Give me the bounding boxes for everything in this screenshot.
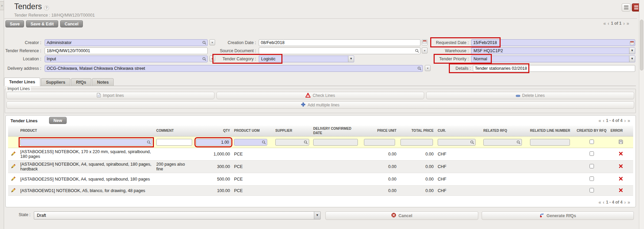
list-view-button[interactable] <box>622 3 630 12</box>
cancel-tender-button-label: Cancel <box>398 213 412 218</box>
creation-date-label: Creation Date : <box>189 39 256 46</box>
created-by-rfq-checkbox[interactable] <box>590 151 594 156</box>
delivery-confirmed-date-input[interactable] <box>313 139 358 146</box>
import-lines-button[interactable]: Import lines <box>6 92 214 99</box>
vertical-scrollbar[interactable] <box>639 0 644 229</box>
comment-input[interactable] <box>156 139 192 146</box>
next-page-arrow[interactable]: › <box>624 200 626 205</box>
save-button[interactable]: Save <box>5 20 24 27</box>
related-rfq-input[interactable] <box>483 139 522 146</box>
notebook-tabs: Tender Lines Suppliers RfQs Notes <box>4 78 114 86</box>
cell-total-price: 0.00 <box>398 173 436 186</box>
sidebar-expand-toggle[interactable]: » <box>0 1 4 10</box>
currency-input[interactable] <box>438 139 476 146</box>
list-view-icon <box>624 5 628 10</box>
delete-row-icon[interactable] <box>619 177 623 182</box>
created-by-rfq-checkbox[interactable] <box>590 140 594 144</box>
generate-rfqs-button[interactable]: Generate RfQs <box>482 211 634 220</box>
scrollbar-thumb[interactable] <box>640 20 643 70</box>
product-uom-input[interactable] <box>234 139 267 146</box>
delete-row-icon[interactable] <box>619 152 623 157</box>
created-by-rfq-checkbox[interactable] <box>590 164 594 168</box>
next-record-arrow[interactable]: › <box>623 21 625 26</box>
new-line-button[interactable]: New <box>49 117 67 124</box>
tab-tender-lines[interactable]: Tender Lines <box>4 78 40 86</box>
delivery-address-field[interactable] <box>45 65 423 72</box>
table-row[interactable]: [ASTABOOE2SS] NOTEBOOK, A4, squared, spi… <box>8 173 633 186</box>
cell-price-unit: 0.00 <box>362 173 398 186</box>
product-input[interactable] <box>20 139 152 146</box>
edit-pencil-icon[interactable] <box>11 177 16 182</box>
edit-pencil-icon[interactable] <box>11 189 16 193</box>
last-page-arrow[interactable]: » <box>627 118 630 123</box>
created-by-rfq-checkbox[interactable] <box>590 176 594 181</box>
cell-qty: 1,000.00 <box>194 148 232 161</box>
edit-pencil-icon[interactable] <box>11 152 16 157</box>
first-page-arrow[interactable]: « <box>598 118 601 123</box>
prev-page-arrow[interactable]: ‹ <box>603 200 604 205</box>
chevron-down-icon: ▼ <box>314 212 320 219</box>
table-row[interactable]: [ASTABOOEWD1] NOTEBOOK, A5, blanco, for … <box>8 186 633 196</box>
cell-qty: 100.00 <box>194 186 232 196</box>
lines-pager-count: 1 - 4 of 4 <box>606 118 623 123</box>
prev-record-arrow[interactable]: ‹ <box>608 21 610 26</box>
prev-page-arrow[interactable]: ‹ <box>603 118 604 123</box>
add-multiple-lines-button[interactable]: Add multiple lines <box>6 101 634 109</box>
first-record-arrow[interactable]: « <box>603 21 606 26</box>
cell-delivery-date <box>311 186 362 196</box>
save-line-icon[interactable] <box>619 140 623 145</box>
chevron-down-icon: ▼ <box>629 56 635 62</box>
save-edit-button[interactable]: Save & Edit <box>26 20 58 27</box>
delete-row-icon[interactable] <box>619 164 623 169</box>
related-line-number-input[interactable] <box>530 139 570 146</box>
tender-reference-field[interactable] <box>45 47 208 54</box>
first-page-arrow[interactable]: « <box>598 200 601 205</box>
tender-priority-select[interactable]: Normal ▼ <box>471 56 635 62</box>
tab-rfqs[interactable]: RfQs <box>71 78 91 86</box>
help-icon[interactable]: ? <box>44 5 49 11</box>
next-page-arrow[interactable]: › <box>624 118 626 123</box>
tender-lines-panel: Tender Lines New « ‹ 1 - 4 of 4 › » PROD… <box>5 115 636 207</box>
tab-notes[interactable]: Notes <box>92 78 114 86</box>
edit-pencil-icon[interactable] <box>11 165 16 169</box>
header-divider <box>4 18 637 19</box>
cancel-tender-button[interactable]: Cancel <box>325 211 478 220</box>
left-edge-strip <box>0 0 4 229</box>
last-page-arrow[interactable]: » <box>627 200 630 205</box>
creator-field[interactable] <box>45 39 208 46</box>
import-lines-legend: Import Lines <box>6 86 31 91</box>
cell-product: [ASTABOOE1SS] NOTEBOOK, 170 x 220 mm, sq… <box>18 148 154 161</box>
supplier-input[interactable] <box>275 139 309 146</box>
delete-lines-button[interactable]: Delete Lines <box>426 92 634 99</box>
warehouse-select[interactable]: MSF HQ1C1P2 ▼ <box>471 47 635 54</box>
record-subtitle: Tender Reference : 18/HQ/MW120/T00001 <box>14 13 95 18</box>
state-select[interactable]: Draft ▼ <box>34 211 321 220</box>
tender-category-select[interactable]: Logistic ▼ <box>259 56 354 62</box>
tenders-form-screen: » Tenders ? Tender Reference : 18/HQ/MW1… <box>0 0 644 229</box>
requested-date-field[interactable] <box>471 39 635 46</box>
delete-row-icon[interactable] <box>619 188 623 193</box>
tender-category-value: Logistic <box>261 57 275 61</box>
cancel-button[interactable]: Cancel <box>60 20 83 27</box>
tender-priority-value: Normal <box>474 57 487 61</box>
toolbar: Save Save & Edit Cancel <box>5 20 83 27</box>
table-row[interactable]: [ASTABOOE2SH] NOTEBOOK, A4, squared, spi… <box>8 161 633 173</box>
table-row[interactable]: [ASTABOOE1SS] NOTEBOOK, 170 x 220 mm, sq… <box>8 148 633 161</box>
qty-input[interactable] <box>196 139 231 146</box>
total-price-input[interactable] <box>400 139 433 146</box>
col-price-unit: PRICE UNIT <box>362 126 398 137</box>
creator-label: Creator : <box>0 39 41 46</box>
last-record-arrow[interactable]: » <box>626 21 629 26</box>
calendar-icon[interactable] <box>629 40 634 45</box>
price-unit-input[interactable] <box>364 139 395 146</box>
tab-suppliers[interactable]: Suppliers <box>41 78 70 86</box>
created-by-rfq-checkbox[interactable] <box>590 188 594 192</box>
cell-total-price: 0.00 <box>398 186 436 196</box>
location-field[interactable] <box>45 56 208 62</box>
details-field[interactable] <box>473 65 635 72</box>
check-lines-button[interactable]: Check Lines <box>216 92 424 99</box>
record-pager-count: 1 of 1 <box>611 21 621 26</box>
cell-currency: CHF <box>436 173 481 186</box>
cell-price-unit: 0.00 <box>362 186 398 196</box>
lines-pager-top: « ‹ 1 - 4 of 4 › » <box>598 118 630 123</box>
